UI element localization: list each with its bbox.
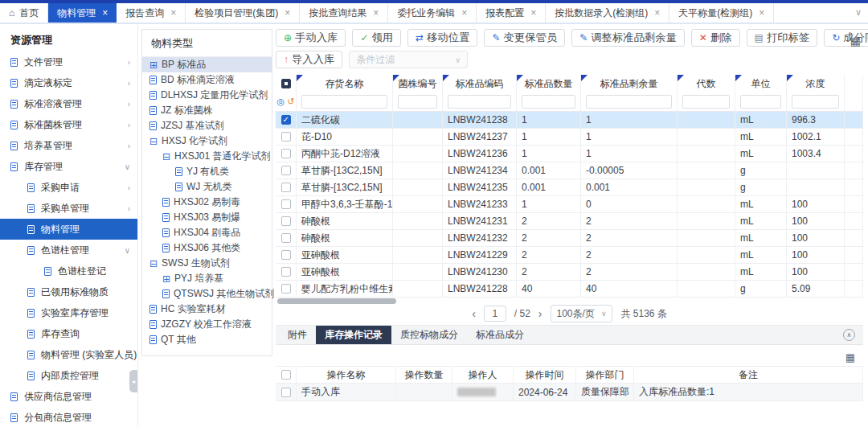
filter-input-3[interactable] — [522, 95, 575, 109]
record-checkbox[interactable] — [281, 388, 291, 397]
sidebar-item-4[interactable]: 培养基管理› — [0, 135, 137, 156]
filter-input-1[interactable] — [398, 95, 437, 109]
sidebar-item-9[interactable]: 色谱柱管理∨ — [0, 240, 137, 261]
tab-4[interactable]: 按批查询结果× — [300, 3, 388, 23]
row-checkbox[interactable] — [281, 284, 291, 294]
table-row-6[interactable]: 砷酸根LNBW24123122mL100 — [276, 213, 863, 230]
row-checkbox[interactable] — [281, 216, 291, 226]
toolbar-button-6-printer-icon[interactable]: ▤打印标签 — [747, 29, 818, 47]
tree-node-4[interactable]: JZSJ 基准试剂 — [142, 118, 272, 133]
table-row-7[interactable]: 砷酸根LNBW24123222mL100 — [276, 230, 863, 247]
tab-overflow-chevron-down-icon[interactable]: ∨ — [855, 7, 862, 18]
tree-node-14[interactable]: ⊞PYJ 培养基 — [142, 271, 272, 286]
tab-8[interactable]: 天平称量(检测组)× — [669, 3, 774, 23]
row-checkbox[interactable] — [281, 250, 291, 260]
tree-node-8[interactable]: WJ 无机类 — [142, 179, 272, 195]
column-header-5[interactable]: 代数 — [678, 75, 735, 92]
row-checkbox[interactable] — [281, 166, 291, 175]
sidebar-item-6[interactable]: 采购申请› — [0, 177, 137, 198]
tree-node-0[interactable]: ⊞BP 标准品 — [142, 57, 272, 72]
tree-node-9[interactable]: HXSJ02 易制毒 — [142, 195, 272, 210]
reset-icon[interactable]: ↺ — [287, 96, 294, 107]
toolbar-button-5-delete-icon[interactable]: ✕删除 — [691, 29, 740, 47]
tree-node-12[interactable]: HXSJ06 其他类 — [142, 240, 272, 256]
column-header-6[interactable]: 单位 — [735, 75, 787, 92]
tree-node-13[interactable]: ⊟SWSJ 生物试剂 — [142, 256, 272, 271]
sidebar-item-1[interactable]: 滴定液标定› — [0, 72, 137, 93]
tab-3[interactable]: 检验项目管理(集团)× — [186, 3, 300, 23]
close-icon[interactable]: × — [170, 7, 176, 18]
toolbar-button-0-upload-icon[interactable]: ↑导入入库 — [276, 51, 342, 68]
column-header-2[interactable]: 标准品编码 — [443, 75, 517, 92]
tree-plus-icon[interactable]: ⊞ — [162, 274, 170, 284]
filter-input-6[interactable] — [740, 95, 781, 109]
row-checkbox[interactable] — [281, 132, 291, 142]
filter-input-2[interactable] — [448, 95, 511, 109]
sidebar-item-13[interactable]: 库存查询 — [0, 323, 137, 344]
toolbar-button-2-move-icon[interactable]: ⇄移动位置 — [407, 29, 477, 47]
horizontal-scrollbar-thumb[interactable] — [277, 298, 396, 304]
sidebar-item-3[interactable]: 标准菌株管理› — [0, 114, 137, 135]
detail-tab-2[interactable]: 质控标物成分 — [391, 326, 467, 344]
tab-2[interactable]: 报告查询× — [117, 3, 186, 23]
table-row-1[interactable]: 芘-D10LNBW24123711mL1002.1 — [276, 129, 863, 146]
current-page-input[interactable]: 1 — [484, 306, 506, 322]
column-header-1[interactable]: 菌株编号 — [393, 75, 443, 92]
table-row-4[interactable]: 草甘膦-[13C2,15N]LNBW2412350.0010.001g — [276, 179, 863, 196]
tree-node-18[interactable]: QT 其他 — [142, 332, 272, 347]
record-row-0[interactable]: 手动入库2024-06-24质量保障部入库标准品数量:1 — [276, 384, 863, 401]
row-checkbox[interactable] — [281, 233, 291, 243]
table-row-10[interactable]: 婴儿配方乳粉中维生素B1、...LNBW2412284040g5.09 — [276, 281, 863, 298]
tab-0[interactable]: ⌂首页 — [0, 3, 48, 23]
table-row-9[interactable]: 亚砷酸根LNBW24123022mL100 — [276, 264, 863, 281]
sidebar-item-10[interactable]: 色谱柱登记 — [0, 261, 137, 281]
sidebar-item-17[interactable]: 分包商信息管理 — [0, 407, 137, 427]
row-checkbox[interactable] — [281, 149, 291, 158]
panel-collapse-icon[interactable]: ∧ — [843, 329, 855, 341]
tree-node-6[interactable]: ⊟HXSJ01 普通化学试剂 — [142, 149, 272, 164]
column-header-7[interactable]: 浓度 — [787, 75, 845, 92]
column-header-4[interactable]: 标准品剩余量 — [581, 75, 678, 92]
table-row-3[interactable]: 草甘膦-[13C2,15N]LNBW2412340.001-0.00005g — [276, 162, 863, 179]
close-icon[interactable]: × — [759, 7, 764, 18]
close-icon[interactable]: × — [373, 7, 379, 18]
filter-input-5[interactable] — [682, 95, 730, 109]
column-settings-icon[interactable]: ▦ — [850, 35, 861, 47]
sidebar-collapse-handle[interactable]: ◄ — [129, 370, 137, 392]
tree-node-11[interactable]: HXSJ04 剧毒品 — [142, 225, 272, 240]
sidebar-item-7[interactable]: 采购单管理› — [0, 198, 137, 219]
filter-input-4[interactable] — [586, 95, 672, 109]
row-checkbox[interactable] — [281, 115, 291, 125]
row-checkbox[interactable] — [281, 199, 291, 209]
toolbar-button-0-plus-icon[interactable]: ⊕手动入库 — [276, 29, 346, 47]
close-icon[interactable]: × — [102, 7, 108, 18]
tree-minus-icon[interactable]: ⊟ — [149, 259, 158, 269]
detail-column-settings-icon[interactable]: ▦ — [845, 351, 855, 363]
tree-node-10[interactable]: HXSJ03 易制爆 — [142, 210, 272, 225]
sidebar-item-14[interactable]: 物料管理 (实验室人员) — [0, 344, 137, 365]
sidebar-item-2[interactable]: 标准溶液管理› — [0, 93, 137, 114]
detail-tab-1[interactable]: 库存操作记录 — [316, 326, 391, 344]
close-icon[interactable]: × — [654, 7, 660, 18]
detail-tab-3[interactable]: 标准品成分 — [467, 326, 533, 344]
tab-1[interactable]: 物料管理× — [48, 3, 117, 23]
filter-dropdown[interactable]: 条件过滤∨ — [349, 51, 468, 68]
prev-page-icon[interactable]: ‹ — [472, 307, 476, 320]
table-row-2[interactable]: 丙酮中苝-D12溶液LNBW24123611mL1003.4 — [276, 146, 863, 162]
tree-node-7[interactable]: YJ 有机类 — [142, 164, 272, 179]
table-row-5[interactable]: 甲醇中3,6,3-壬基酚-13C6LNBW24123310mL100 — [276, 196, 863, 213]
next-page-icon[interactable]: › — [538, 307, 542, 320]
tree-node-1[interactable]: BD 标准滴定溶液 — [142, 72, 272, 88]
close-icon[interactable]: × — [461, 7, 467, 18]
tree-minus-icon[interactable]: ⊟ — [149, 137, 158, 146]
tree-node-15[interactable]: QTSWSJ 其他生物试剂 — [142, 286, 272, 302]
toolbar-button-7-sync-icon[interactable]: ↻成分同步 — [824, 29, 868, 47]
column-header-0[interactable]: 存货名称 — [297, 75, 393, 92]
tab-7[interactable]: 按批数据录入(检测组)× — [546, 3, 669, 23]
page-size-select[interactable]: 100条/页 ∨ — [551, 305, 613, 322]
tab-6[interactable]: 报表配置× — [477, 3, 546, 23]
close-icon[interactable]: × — [285, 7, 290, 18]
table-row-8[interactable]: 亚砷酸根LNBW24122922mL100 — [276, 247, 863, 264]
tab-5[interactable]: 委托业务编辑× — [388, 3, 477, 23]
detail-tab-0[interactable]: 附件 — [279, 326, 316, 344]
